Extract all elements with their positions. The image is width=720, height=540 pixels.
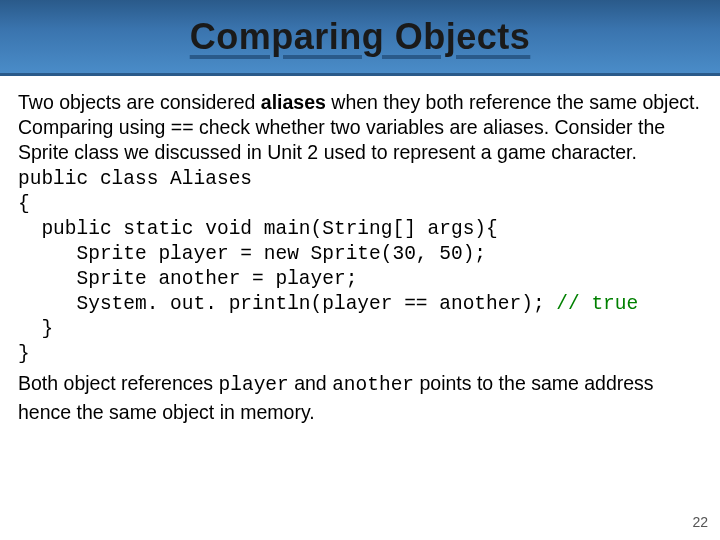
closing-paragraph: Both object references player and anothe…	[18, 370, 702, 425]
code-line: public class Aliases	[18, 168, 252, 190]
slide: Comparing Objects Two objects are consid…	[0, 0, 720, 540]
slide-body: Two objects are considered aliases when …	[0, 76, 720, 426]
code-line: }	[18, 343, 30, 365]
page-number: 22	[692, 514, 708, 530]
code-line: Sprite another = player;	[18, 268, 357, 290]
code-inline: another	[332, 374, 414, 396]
title-bar: Comparing Objects	[0, 0, 720, 76]
code-line: {	[18, 193, 30, 215]
code-inline: player	[219, 374, 289, 396]
code-line: System. out. println(player == another);	[18, 293, 556, 315]
code-block: public class Aliases { public static voi…	[18, 167, 702, 367]
code-line: public static void main(String[] args){	[18, 218, 498, 240]
code-line: Sprite player = new Sprite(30, 50);	[18, 243, 486, 265]
code-line: }	[18, 318, 53, 340]
text: Both object references	[18, 372, 219, 394]
bold-text: aliases	[261, 91, 326, 113]
text: Two objects are considered	[18, 91, 261, 113]
text: and	[289, 372, 332, 394]
slide-title: Comparing Objects	[190, 16, 531, 58]
code-comment: // true	[556, 293, 638, 315]
intro-paragraph: Two objects are considered aliases when …	[18, 90, 702, 165]
